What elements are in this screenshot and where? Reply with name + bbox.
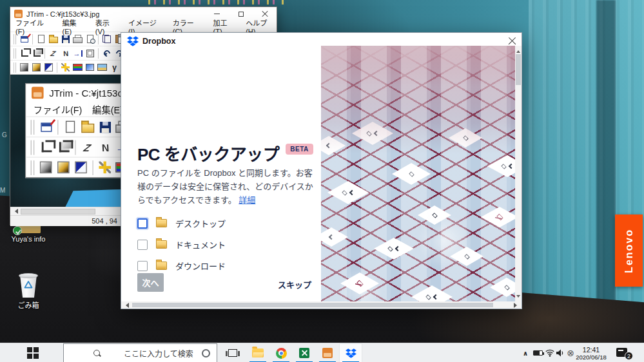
sepia-gradient-icon xyxy=(55,158,72,177)
pattern-diamond xyxy=(490,278,516,297)
desktop-icon-recycle-bin[interactable]: ごみ箱 xyxy=(10,273,46,310)
taskbar-clock[interactable]: 12:41 2020/06/18 xyxy=(573,343,609,362)
wallpaper-dark-band xyxy=(596,0,616,303)
pattern-diamond xyxy=(374,238,414,260)
new-window-icon[interactable] xyxy=(18,33,30,46)
taskbar-dropbox[interactable] xyxy=(339,343,362,362)
desktop-icon-label: Yuya's info xyxy=(8,235,49,243)
scroll-left-icon[interactable] xyxy=(12,209,18,214)
pattern-diamond xyxy=(449,128,482,148)
crop-icon xyxy=(37,138,55,157)
folder-icon xyxy=(156,240,167,249)
new-file-icon[interactable] xyxy=(35,33,47,46)
print-preview-icon[interactable] xyxy=(84,33,96,46)
sepia-gradient-icon[interactable] xyxy=(30,61,43,74)
cortana-icon[interactable] xyxy=(202,349,210,357)
image-effect-icon[interactable] xyxy=(96,61,108,74)
battery-icon[interactable] xyxy=(531,343,544,362)
pattern-diamond xyxy=(327,181,369,204)
downloads-checkbox[interactable] xyxy=(137,261,148,271)
open-folder-icon xyxy=(79,118,96,137)
backup-illustration xyxy=(321,46,516,302)
clock-date: 2020/06/18 xyxy=(576,354,607,361)
skip-button[interactable]: スキップ xyxy=(278,278,311,291)
scroll-left-icon[interactable] xyxy=(123,303,129,308)
dialog-close-button[interactable] xyxy=(507,37,516,46)
negative-gradient-icon xyxy=(72,158,90,177)
scrollbar-thumb[interactable] xyxy=(132,303,493,307)
toolbar-grip[interactable] xyxy=(14,48,16,59)
close-icon xyxy=(262,11,268,17)
folder-row-desktop: デスクトップ xyxy=(137,213,318,234)
pattern-diamond xyxy=(481,207,516,227)
scroll-right-icon[interactable] xyxy=(514,303,520,308)
toolbar-grip[interactable] xyxy=(14,34,16,44)
lenovo-logo: Lenovo xyxy=(615,214,643,287)
search-icon xyxy=(93,350,101,357)
new-file-icon xyxy=(61,118,79,137)
backup-folder-list: デスクトップ ドキュメント ダウンロード xyxy=(137,213,318,276)
start-button[interactable] xyxy=(22,343,44,362)
brightness-icon[interactable] xyxy=(59,61,72,74)
toolbar-grip[interactable] xyxy=(14,62,16,73)
details-link[interactable]: 詳細 xyxy=(239,195,255,205)
taskbar-excel[interactable] xyxy=(293,343,316,362)
desktop-icon-label: ごみ箱 xyxy=(10,300,46,310)
shift-icon[interactable] xyxy=(72,47,84,60)
gamma-icon[interactable] xyxy=(108,61,121,74)
scroll-up-icon[interactable] xyxy=(516,48,520,53)
rotate-left-90-icon[interactable] xyxy=(101,47,113,60)
scrollbar-thumb[interactable] xyxy=(516,54,521,85)
new-window-icon xyxy=(37,118,55,137)
lenovo-logo-text: Lenovo xyxy=(623,229,635,273)
print-icon[interactable] xyxy=(72,33,84,46)
taskbar-file-explorer[interactable] xyxy=(246,343,269,362)
task-view-button[interactable] xyxy=(222,343,244,362)
open-folder-icon[interactable] xyxy=(47,33,59,46)
skew-icon[interactable] xyxy=(47,47,59,60)
jtrim-menu-bar: ファイル(F) 編集(E) 表示(V) イメージ(I) カラー(C) 加工(T)… xyxy=(10,21,277,32)
dialog-heading-row: PC をバックアップ BETA xyxy=(137,141,313,165)
folder-label: ダウンロード xyxy=(175,260,226,272)
folder-icon xyxy=(156,262,167,270)
save-icon[interactable] xyxy=(59,33,72,46)
task-view-icon xyxy=(228,349,237,357)
taskbar-search-box[interactable]: ここに入力して検索 xyxy=(63,343,217,362)
pattern-diamond xyxy=(321,227,348,247)
crop-resize-icon[interactable] xyxy=(30,47,43,60)
next-button[interactable]: 次へ xyxy=(137,273,164,292)
search-placeholder: ここに入力して検索 xyxy=(124,348,193,359)
desktop: G M Lenovo Yuya's info ごみ箱 JTrim - C:¥jt… xyxy=(0,0,644,362)
wallpaper-graffiti-letter: G xyxy=(2,131,7,138)
minimize-icon xyxy=(214,14,220,14)
folder-icon xyxy=(156,219,167,227)
crop-icon[interactable] xyxy=(18,47,30,60)
documents-checkbox[interactable] xyxy=(137,240,148,250)
free-rotate-icon[interactable] xyxy=(59,47,72,60)
negative-gradient-icon[interactable] xyxy=(43,61,55,74)
desktop-checkbox[interactable] xyxy=(137,218,148,229)
taskbar-jtrim[interactable] xyxy=(316,343,339,362)
notification-badge: 2 xyxy=(625,352,633,360)
hidden-icons-chevron[interactable] xyxy=(520,343,531,362)
pattern-diamond xyxy=(340,272,379,294)
dropbox-app-name: Dropbox xyxy=(142,37,175,46)
recycle-arrows-icon xyxy=(23,280,34,289)
dialog-vertical-scrollbar[interactable] xyxy=(515,46,522,302)
taskbar-chrome[interactable] xyxy=(269,343,293,362)
scroll-down-icon[interactable] xyxy=(516,295,520,300)
grayscale-gradient-icon[interactable] xyxy=(18,61,30,74)
pattern-diamond xyxy=(411,285,453,302)
scrollbar-thumb[interactable] xyxy=(21,209,95,214)
excel-icon xyxy=(299,348,309,358)
jtrim-icon xyxy=(322,348,333,358)
sync-ok-badge-icon xyxy=(13,226,22,235)
taskbar: ここに入力して検索 xyxy=(0,343,644,362)
folder-label: ドキュメント xyxy=(175,238,226,251)
canvas-size-icon[interactable] xyxy=(84,47,96,60)
jtrim-app-icon xyxy=(14,10,23,18)
blue-gradient-icon[interactable] xyxy=(84,61,96,74)
dialog-horizontal-scrollbar[interactable] xyxy=(121,301,522,309)
copy-icon[interactable] xyxy=(101,33,113,46)
color-balance-icon[interactable] xyxy=(72,61,84,74)
